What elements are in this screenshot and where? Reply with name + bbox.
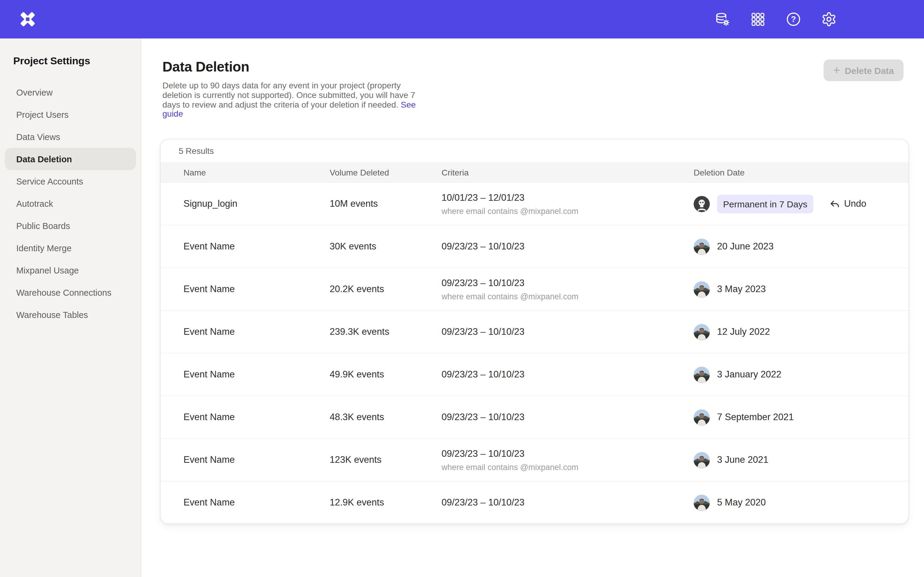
page-title: Data Deletion — [162, 59, 924, 75]
mixpanel-logo-icon[interactable] — [18, 10, 37, 29]
deletion-date-text: 7 September 2021 — [717, 412, 794, 422]
settings-gear-icon[interactable] — [817, 7, 841, 31]
cell-criteria: 09/23/23 – 10/10/23 — [441, 326, 694, 337]
page-description: Delete up to 90 days data for any event … — [162, 81, 428, 119]
avatar — [694, 238, 710, 255]
topbar-icon-group: ? — [711, 7, 841, 31]
cell-criteria: 09/23/23 – 10/10/23 — [441, 369, 694, 380]
cell-volume: 20.2K events — [330, 284, 441, 295]
cell-volume: 239.3K events — [330, 326, 441, 337]
sidebar-item-project-users[interactable]: Project Users — [5, 103, 136, 126]
avatar — [694, 324, 710, 340]
database-settings-icon[interactable] — [711, 7, 735, 31]
cell-name: Signup_login — [184, 198, 330, 209]
app-window: ? Project Settings Overview Project User… — [0, 0, 924, 577]
table-row: Event Name 20.2K events 09/23/23 – 10/10… — [161, 268, 908, 310]
deletion-requests-card: 5 Results Name Volume Deleted Criteria D… — [160, 139, 909, 524]
table-row: Event Name 48.3K events 09/23/23 – 10/10… — [161, 395, 908, 438]
column-header-volume-deleted: Volume Deleted — [330, 168, 441, 177]
avatar — [694, 452, 710, 468]
cell-deletion-date: 12 July 2022 — [694, 324, 908, 340]
deletion-date-text: 3 June 2021 — [717, 455, 769, 465]
cell-name: Event Name — [184, 326, 330, 337]
column-header-criteria: Criteria — [441, 168, 694, 177]
cell-name: Event Name — [184, 369, 330, 380]
cell-criteria: 09/23/23 – 10/10/23 — [441, 497, 694, 508]
sidebar-item-data-views[interactable]: Data Views — [5, 126, 136, 148]
cell-deletion-date: 3 June 2021 — [694, 452, 908, 468]
criteria-filter: where email contains @mixpanel.com — [441, 463, 694, 472]
cell-name: Event Name — [184, 241, 330, 252]
table-row: Event Name 239.3K events 09/23/23 – 10/1… — [161, 310, 908, 353]
avatar — [694, 196, 710, 212]
cell-deletion-date: 20 June 2023 — [694, 238, 908, 255]
deletion-date-text: 12 July 2022 — [717, 326, 770, 337]
cell-volume: 30K events — [330, 241, 441, 252]
help-icon[interactable]: ? — [782, 7, 806, 31]
table-row: Event Name 30K events 09/23/23 – 10/10/2… — [161, 225, 908, 268]
deletion-date-text: 3 January 2022 — [717, 369, 782, 380]
table-row: Signup_login 10M events 10/01/23 – 12/01… — [161, 182, 908, 225]
sidebar-item-mixpanel-usage[interactable]: Mixpanel Usage — [5, 259, 136, 281]
cell-deletion-date: 3 January 2022 — [694, 366, 908, 382]
avatar — [694, 409, 710, 425]
sidebar-item-service-accounts[interactable]: Service Accounts — [5, 170, 136, 192]
cell-volume: 123K events — [330, 455, 441, 465]
cell-deletion-date: 3 May 2023 — [694, 281, 908, 297]
cell-deletion-date: Permanent in 7 Days Undo — [694, 195, 908, 213]
cell-volume: 48.3K events — [330, 412, 441, 422]
sidebar-item-identity-merge[interactable]: Identity Merge — [5, 237, 136, 259]
deletion-date-text: 20 June 2023 — [717, 241, 774, 252]
top-navigation-bar: ? — [0, 0, 924, 39]
project-settings-sidebar: Project Settings Overview Project Users … — [0, 39, 141, 577]
sidebar-item-warehouse-tables[interactable]: Warehouse Tables — [5, 303, 136, 326]
column-header-name: Name — [184, 168, 330, 177]
cell-volume: 10M events — [330, 198, 441, 209]
status-badge: Permanent in 7 Days — [717, 195, 813, 213]
table-row: Event Name 123K events 09/23/23 – 10/10/… — [161, 438, 908, 481]
avatar — [694, 281, 710, 297]
cell-criteria: 09/23/23 – 10/10/23 where email contains… — [441, 277, 694, 301]
apps-grid-icon[interactable] — [746, 7, 770, 31]
cell-criteria: 10/01/23 – 12/01/23 where email contains… — [441, 192, 694, 216]
cell-name: Event Name — [184, 455, 330, 465]
deletion-date-text: 5 May 2020 — [717, 497, 766, 508]
undo-icon — [829, 198, 840, 209]
cell-volume: 49.9K events — [330, 369, 441, 380]
sidebar-item-data-deletion[interactable]: Data Deletion — [5, 148, 136, 170]
main-content: Data Deletion Delete up to 90 days data … — [141, 39, 924, 577]
table-row: Event Name 49.9K events 09/23/23 – 10/10… — [161, 353, 908, 395]
table-row: Event Name 12.9K events 09/23/23 – 10/10… — [161, 481, 908, 524]
plus-icon: + — [833, 64, 840, 76]
table-header-row: Name Volume Deleted Criteria Deletion Da… — [161, 162, 908, 182]
sidebar-item-overview[interactable]: Overview — [5, 81, 136, 103]
sidebar-item-warehouse-connections[interactable]: Warehouse Connections — [5, 281, 136, 303]
cell-deletion-date: 7 September 2021 — [694, 409, 908, 425]
undo-button[interactable]: Undo — [829, 198, 866, 209]
sidebar-item-public-boards[interactable]: Public Boards — [5, 214, 136, 237]
cell-name: Event Name — [184, 497, 330, 508]
cell-criteria: 09/23/23 – 10/10/23 — [441, 412, 694, 422]
sidebar-item-autotrack[interactable]: Autotrack — [5, 192, 136, 214]
avatar — [694, 366, 710, 382]
sidebar-title: Project Settings — [13, 55, 141, 67]
criteria-filter: where email contains @mixpanel.com — [441, 292, 694, 301]
criteria-filter: where email contains @mixpanel.com — [441, 206, 694, 216]
results-count: 5 Results — [161, 139, 908, 162]
cell-volume: 12.9K events — [330, 497, 441, 508]
sidebar-nav: Overview Project Users Data Views Data D… — [0, 81, 141, 326]
cell-criteria: 09/23/23 – 10/10/23 — [441, 241, 694, 252]
cell-name: Event Name — [184, 412, 330, 422]
cell-deletion-date: 5 May 2020 — [694, 494, 908, 511]
cell-name: Event Name — [184, 284, 330, 295]
avatar — [694, 494, 710, 511]
column-header-deletion-date: Deletion Date — [694, 168, 908, 177]
cell-criteria: 09/23/23 – 10/10/23 where email contains… — [441, 448, 694, 472]
delete-data-button[interactable]: + Delete Data — [824, 60, 903, 81]
deletion-date-text: 3 May 2023 — [717, 284, 766, 295]
svg-text:?: ? — [791, 15, 796, 24]
